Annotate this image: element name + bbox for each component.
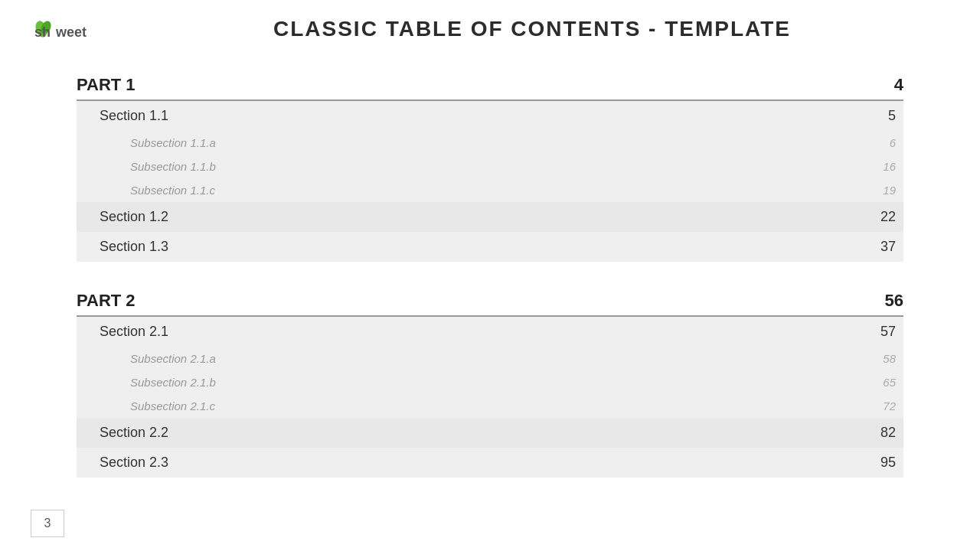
section-label: Section 1.3 <box>77 232 858 262</box>
table-row: Section 2.395 <box>77 448 903 478</box>
table-row: Subsection 1.1.c19 <box>77 178 903 202</box>
footer: 3 <box>31 510 64 537</box>
section-page: 95 <box>858 448 903 478</box>
subsection-page: 58 <box>858 347 903 370</box>
page-number: 3 <box>31 510 64 537</box>
svg-text:weet: weet <box>55 24 87 40</box>
table-row: Section 1.337 <box>77 232 903 262</box>
subsection-label: Subsection 1.1.c <box>77 178 858 202</box>
subsection-label: Subsection 1.1.a <box>77 131 858 155</box>
part-1-page: 4 <box>894 75 903 95</box>
subsection-page: 65 <box>858 370 903 394</box>
part-2-page: 56 <box>885 291 903 311</box>
subsection-label: Subsection 2.1.b <box>77 370 858 394</box>
svg-text:sh: sh <box>34 24 51 40</box>
logo: sh weet <box>31 14 115 44</box>
subsection-label: Subsection 2.1.c <box>77 394 858 418</box>
page: sh weet Classic Table of Contents - Temp… <box>0 0 980 551</box>
section-label: Section 2.3 <box>77 448 858 478</box>
subsection-page: 19 <box>858 178 903 202</box>
section-label: Section 1.1 <box>77 101 858 131</box>
table-row: Section 1.222 <box>77 202 903 232</box>
table-row: Subsection 1.1.b16 <box>77 155 903 178</box>
section-page: 37 <box>858 232 903 262</box>
section-page: 57 <box>858 317 903 347</box>
subsection-page: 16 <box>858 155 903 178</box>
section-page: 5 <box>858 101 903 131</box>
section-label: Section 2.1 <box>77 317 858 347</box>
header: sh weet Classic Table of Contents - Temp… <box>0 0 980 54</box>
subsection-page: 6 <box>858 131 903 155</box>
part-1-table: Section 1.15Subsection 1.1.a6Subsection … <box>77 101 903 262</box>
table-row: Section 2.282 <box>77 418 903 448</box>
part-1-label: PART 1 <box>77 75 136 95</box>
section-label: Section 2.2 <box>77 418 858 448</box>
part-2-header: PART 256 <box>77 285 903 317</box>
table-row: Subsection 2.1.c72 <box>77 394 903 418</box>
table-row: Subsection 1.1.a6 <box>77 131 903 155</box>
section-page: 82 <box>858 418 903 448</box>
content: PART 14Section 1.15Subsection 1.1.a6Subs… <box>0 54 980 516</box>
table-row: Section 2.157 <box>77 317 903 347</box>
subsection-page: 72 <box>858 394 903 418</box>
part-2-table: Section 2.157Subsection 2.1.a58Subsectio… <box>77 317 903 478</box>
table-row: Subsection 2.1.a58 <box>77 347 903 370</box>
page-title: Classic Table of Contents - Template <box>115 17 949 41</box>
section-page: 22 <box>858 202 903 232</box>
subsection-label: Subsection 2.1.a <box>77 347 858 370</box>
table-row: Subsection 2.1.b65 <box>77 370 903 394</box>
part-1: PART 14Section 1.15Subsection 1.1.a6Subs… <box>77 69 903 262</box>
part-2-label: PART 2 <box>77 291 136 311</box>
section-label: Section 1.2 <box>77 202 858 232</box>
subsection-label: Subsection 1.1.b <box>77 155 858 178</box>
part-1-header: PART 14 <box>77 69 903 101</box>
table-row: Section 1.15 <box>77 101 903 131</box>
part-2: PART 256Section 2.157Subsection 2.1.a58S… <box>77 285 903 478</box>
logo-svg: sh weet <box>31 14 115 44</box>
